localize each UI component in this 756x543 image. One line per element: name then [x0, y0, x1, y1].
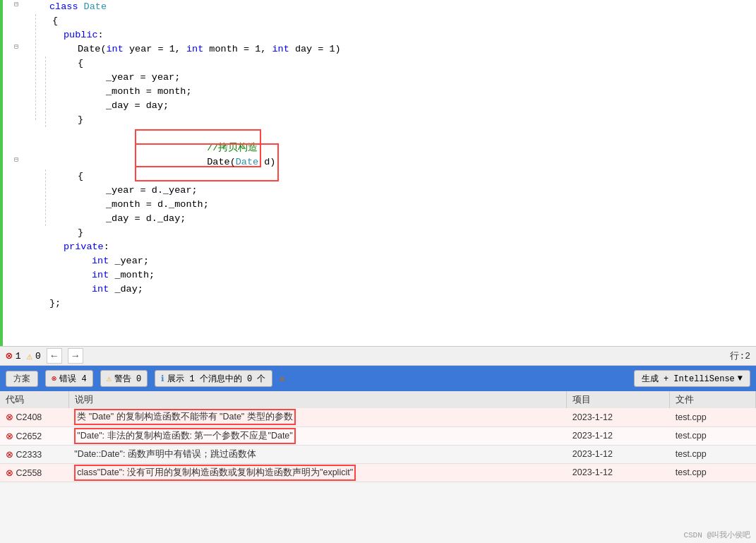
- code-line: private:: [49, 240, 756, 254]
- code-line: _year = year;: [49, 71, 756, 85]
- cell-code: ⊗ C2408: [0, 408, 68, 426]
- keyword: class: [49, 0, 84, 14]
- cell-file: test.cpp: [670, 463, 756, 482]
- code-line: class Date: [49, 0, 756, 14]
- cell-project: 2023-1-12: [567, 426, 670, 445]
- table-row[interactable]: ⊗ C2333 "Date::Date": 函数声明中有错误；跳过函数体 202…: [0, 445, 756, 463]
- code-line: int _month;: [49, 268, 756, 282]
- row-highlight-desc: "Date": 非法的复制构造函数: 第一个参数不应是"Date": [74, 428, 295, 444]
- cell-desc: "Date": 非法的复制构造函数: 第一个参数不应是"Date": [68, 426, 567, 445]
- collapse-class-icon[interactable]: ⊟: [14, 0, 18, 8]
- table-row[interactable]: ⊗ C2558 class"Date": 没有可用的复制构造函数或复制构造函数声…: [0, 463, 756, 482]
- code-line: Date(int year = 1, int month = 1, int da…: [49, 42, 756, 56]
- row-highlight-desc: 类 "Date" 的复制构造函数不能带有 "Date" 类型的参数: [74, 409, 295, 425]
- warnings-filter-icon: ⚠: [107, 374, 112, 384]
- col-desc: 说明: [68, 391, 567, 408]
- cell-project: 2023-1-12: [567, 463, 670, 482]
- warning-count-label: 0: [35, 351, 41, 362]
- row-error-icon: ⊗: [6, 431, 13, 441]
- generate-dropdown-icon: ▼: [738, 374, 743, 383]
- highlight-copy-ctor: Date(Date d): [135, 143, 279, 181]
- info-filter-button[interactable]: ℹ 展示 1 个消息中的 0 个: [155, 370, 272, 387]
- col-project: 项目: [567, 391, 670, 408]
- info-filter-label: 展示 1 个消息中的 0 个: [167, 373, 265, 385]
- col-file: 文件: [670, 391, 756, 408]
- code-line: }: [49, 226, 756, 240]
- error-count: ⊗ 1: [6, 349, 20, 363]
- classname: Date: [84, 0, 107, 14]
- code-line: {: [49, 14, 756, 28]
- code-content: class Date { public: Date(int year = 1, …: [47, 0, 756, 346]
- status-bar: ⊗ 1 ⚠ 0 ← → 行:2: [0, 346, 756, 366]
- info-filter-icon: ℹ: [161, 374, 164, 384]
- green-line: [0, 0, 3, 346]
- code-line: _year = d._year;: [49, 184, 756, 198]
- code-line: Date(Date d): [49, 155, 756, 169]
- code-line: _month = d._month;: [49, 198, 756, 212]
- row-error-icon: ⊗: [6, 412, 13, 422]
- cell-desc: class"Date": 没有可用的复制构造函数或复制构造函数声明为"expli…: [68, 463, 567, 482]
- errors-filter-button[interactable]: ⊗ 错误 4: [45, 370, 93, 387]
- code-line: _day = day;: [49, 99, 756, 113]
- cell-file: test.cpp: [670, 408, 756, 426]
- errors-panel: 代码 说明 项目 文件 ⊗ C2408 类 "Date" 的复制构造函数不能带有…: [0, 391, 756, 543]
- code-line: };: [49, 297, 756, 311]
- cell-code: ⊗ C2333: [0, 445, 68, 463]
- cell-project: 2023-1-12: [567, 408, 670, 426]
- warning-count: ⚠ 0: [26, 350, 40, 362]
- errors-filter-label: 错误 4: [59, 373, 86, 385]
- bottom-panel: 方案 ⊗ 错误 4 ⚠ 警告 0 ℹ 展示 1 个消息中的 0 个 ✕ 生成 +…: [0, 366, 756, 543]
- error-icon: ⊗: [6, 349, 13, 363]
- col-code: 代码: [0, 391, 68, 408]
- cell-file: test.cpp: [670, 426, 756, 445]
- generate-button[interactable]: 生成 + IntelliSense ▼: [634, 370, 750, 387]
- code-line: _month = month;: [49, 85, 756, 99]
- generate-label: 生成 + IntelliSense: [642, 373, 735, 385]
- collapse-ctor2-icon[interactable]: ⊟: [14, 155, 18, 164]
- warning-icon: ⚠: [26, 350, 32, 362]
- row-error-icon: ⊗: [6, 468, 13, 478]
- collapse-ctor1-icon[interactable]: ⊟: [14, 42, 18, 51]
- cell-file: test.cpp: [670, 445, 756, 463]
- table-row[interactable]: ⊗ C2408 类 "Date" 的复制构造函数不能带有 "Date" 类型的参…: [0, 408, 756, 426]
- nav-forward-button[interactable]: →: [68, 348, 83, 364]
- indent-column: [25, 0, 47, 346]
- code-line: int _day;: [49, 282, 756, 297]
- cell-project: 2023-1-12: [567, 445, 670, 463]
- csdn-watermark: CSDN @叫我小侯吧: [683, 530, 750, 540]
- table-row[interactable]: ⊗ C2652 "Date": 非法的复制构造函数: 第一个参数不应是"Date…: [0, 426, 756, 445]
- cell-code: ⊗ C2558: [0, 463, 68, 482]
- row-error-icon: ⊗: [6, 450, 13, 460]
- solution-dropdown[interactable]: 方案: [6, 371, 38, 387]
- code-editor: ⊟ ⊟ ⊟ class Date { public:: [0, 0, 756, 346]
- warnings-filter-label: 警告 0: [114, 373, 141, 385]
- filter-icon[interactable]: ✕: [280, 373, 285, 385]
- cell-desc: 类 "Date" 的复制构造函数不能带有 "Date" 类型的参数: [68, 408, 567, 426]
- cell-code: ⊗ C2652: [0, 426, 68, 445]
- errors-filter-icon: ⊗: [52, 374, 56, 384]
- collapse-column: ⊟ ⊟ ⊟: [13, 0, 25, 346]
- code-line: public:: [49, 28, 756, 42]
- errors-table: 代码 说明 项目 文件 ⊗ C2408 类 "Date" 的复制构造函数不能带有…: [0, 391, 756, 482]
- row-highlight-desc: class"Date": 没有可用的复制构造函数或复制构造函数声明为"expli…: [74, 465, 356, 481]
- warnings-filter-button[interactable]: ⚠ 警告 0: [100, 370, 148, 387]
- code-line: {: [49, 56, 756, 71]
- panel-toolbar: 方案 ⊗ 错误 4 ⚠ 警告 0 ℹ 展示 1 个消息中的 0 个 ✕ 生成 +…: [0, 366, 756, 391]
- nav-back-button[interactable]: ←: [47, 348, 62, 364]
- code-line: int _year;: [49, 254, 756, 268]
- row-info: 行:2: [730, 350, 750, 362]
- table-header-row: 代码 说明 项目 文件: [0, 391, 756, 408]
- code-line: _day = d._day;: [49, 212, 756, 226]
- error-count-label: 1: [16, 351, 21, 362]
- cell-desc: "Date::Date": 函数声明中有错误；跳过函数体: [68, 445, 567, 463]
